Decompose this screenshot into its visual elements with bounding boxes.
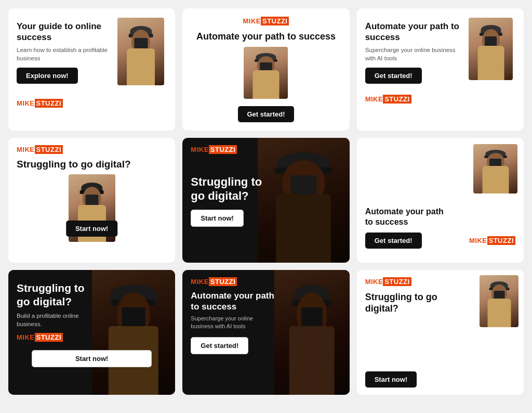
card-6-logo: MIKESTUZZI bbox=[469, 236, 515, 245]
card-1-button[interactable]: Explore now! bbox=[17, 68, 78, 84]
ad-grid: Your guide to online success Learn how t… bbox=[8, 8, 524, 395]
card-3: Automate your path to success Supercharg… bbox=[357, 8, 524, 131]
card-4-button[interactable]: Start now! bbox=[66, 221, 118, 237]
card-1: Your guide to online success Learn how t… bbox=[8, 8, 175, 131]
card-8-title: Automate your path to success bbox=[191, 290, 274, 313]
card-1-logo: MIKESTUZZI bbox=[17, 99, 63, 108]
card-6-avatar bbox=[473, 144, 517, 193]
card-8-avatar bbox=[274, 270, 350, 395]
card-8-logo: MIKESTUZZI bbox=[191, 277, 274, 286]
card-1-avatar bbox=[117, 18, 164, 85]
card-3-avatar bbox=[469, 18, 513, 80]
card-3-logo: MIKESTUZZI bbox=[365, 95, 411, 104]
card-4-title: Struggling to go digital? bbox=[17, 158, 167, 171]
card-2: MIKESTUZZI Automate your path to success… bbox=[182, 8, 349, 131]
card-7-subtitle: Build a profitable online business. bbox=[17, 312, 99, 328]
card-6-button[interactable]: Get started! bbox=[365, 233, 422, 249]
card-2-title: Automate your path to success bbox=[196, 31, 336, 43]
card-4-logo: MIKESTUZZI bbox=[17, 145, 167, 154]
card-2-avatar bbox=[244, 47, 288, 99]
card-9-button[interactable]: Start now! bbox=[365, 371, 417, 388]
card-2-logo: MIKESTUZZI bbox=[243, 17, 289, 25]
card-6-title: Automate your path to success bbox=[365, 206, 448, 227]
card-8: MIKESTUZZI Automate your path to success… bbox=[182, 270, 349, 395]
card-7-logo: MIKESTUZZI bbox=[17, 333, 63, 342]
card-3-title: Automate your path to success bbox=[365, 21, 464, 43]
card-5-title: Struggling to go digital? bbox=[191, 175, 273, 203]
card-8-subtitle: Supercharge your online business with AI… bbox=[191, 315, 274, 331]
card-9-avatar bbox=[480, 275, 518, 327]
card-3-button[interactable]: Get started! bbox=[365, 68, 422, 84]
card-3-subtitle: Supercharge your online business with AI… bbox=[365, 46, 464, 62]
card-7: Struggling to go digital? Build a profit… bbox=[8, 270, 175, 395]
card-9: MIKESTUZZI Struggling to go digital? Sta… bbox=[357, 270, 524, 395]
card-9-title: Struggling to go digital? bbox=[365, 291, 448, 315]
card-6: Automate your path to success Get starte… bbox=[357, 138, 524, 263]
card-5-logo: MIKESTUZZI bbox=[191, 145, 341, 154]
card-8-button[interactable]: Get started! bbox=[191, 337, 248, 354]
card-4: MIKESTUZZI Struggling to go digital? Sta… bbox=[8, 138, 175, 263]
card-7-title: Struggling to go digital? bbox=[17, 281, 99, 309]
card-1-subtitle: Learn how to establish a profitable busi… bbox=[17, 46, 113, 62]
card-5: MIKESTUZZI Struggling to go digital? Sta… bbox=[182, 138, 349, 263]
card-5-button[interactable]: Start now! bbox=[191, 210, 244, 227]
card-7-button[interactable]: Start now! bbox=[32, 350, 152, 367]
card-2-button[interactable]: Get started! bbox=[238, 106, 295, 122]
card-1-title: Your guide to online success bbox=[17, 21, 113, 43]
